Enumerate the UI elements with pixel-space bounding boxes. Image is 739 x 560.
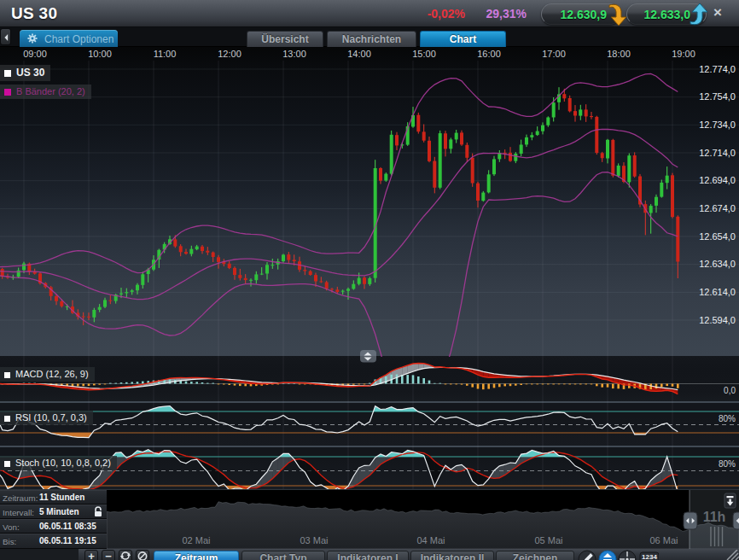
svg-text:1234: 1234 [642, 553, 657, 560]
